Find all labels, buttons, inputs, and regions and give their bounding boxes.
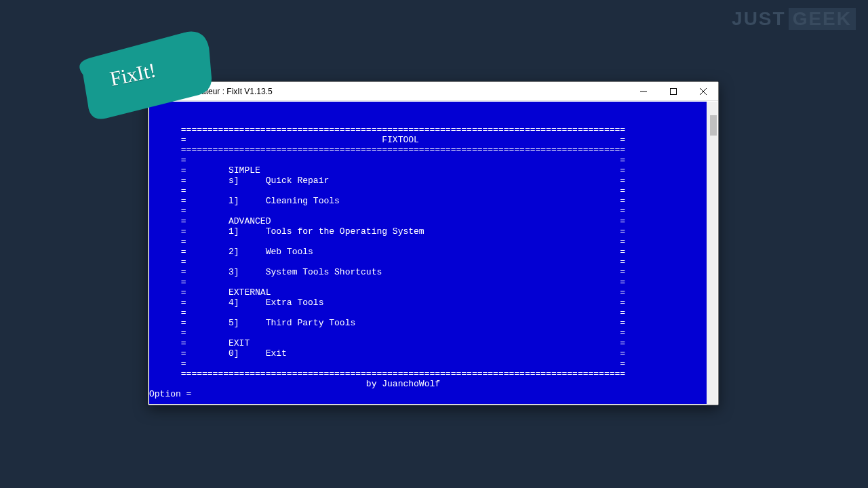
terminal-line: = = <box>149 277 717 287</box>
watermark-part2: GEEK <box>789 8 856 30</box>
terminal-line: ========================================… <box>149 369 717 379</box>
watermark: JUSTGEEK <box>732 8 856 30</box>
terminal-line: = SIMPLE = <box>149 165 717 176</box>
terminal-line: = EXTERNAL = <box>149 287 717 298</box>
terminal-line: ========================================… <box>149 125 717 135</box>
terminal-line: ========================================… <box>149 145 717 155</box>
terminal-line: = 3] System Tools Shortcuts = <box>149 267 717 277</box>
terminal-line: = = <box>149 186 717 196</box>
terminal-line: = = <box>149 328 717 338</box>
close-button[interactable] <box>688 82 718 101</box>
terminal-line: = s] Quick Repair = <box>149 176 717 186</box>
terminal-line: = 1] Tools for the Operating System = <box>149 226 717 237</box>
terminal-line: = = <box>149 155 717 165</box>
terminal-line: = 0] Exit = <box>149 348 717 359</box>
terminal-line: = ADVANCED = <box>149 216 717 226</box>
terminal-line: = EXIT = <box>149 338 717 348</box>
terminal-line: = = <box>149 206 717 216</box>
window-title: Administrateur : FixIt V1.13.5 <box>167 87 629 96</box>
terminal-line: = = <box>149 359 717 369</box>
titlebar[interactable]: C:\ Administrateur : FixIt V1.13.5 <box>149 82 718 101</box>
watermark-part1: JUST <box>732 8 786 29</box>
terminal-line: by JuanchoWolf <box>149 379 717 389</box>
terminal-line: Option = <box>149 389 717 399</box>
terminal-line: = 4] Extra Tools = <box>149 298 717 308</box>
minimize-button[interactable] <box>629 82 658 101</box>
svg-rect-1 <box>671 88 677 94</box>
maximize-button[interactable] <box>658 82 688 101</box>
terminal-line: = 2] Web Tools = <box>149 247 717 257</box>
console-window: C:\ Administrateur : FixIt V1.13.5 =====… <box>148 81 719 405</box>
terminal-line: = l] Cleaning Tools = <box>149 196 717 206</box>
terminal-output[interactable]: ========================================… <box>149 101 718 405</box>
scrollbar-track[interactable] <box>707 102 717 404</box>
scrollbar-thumb[interactable] <box>710 115 717 136</box>
terminal-line: = = <box>149 308 717 318</box>
terminal-line: = = <box>149 237 717 247</box>
terminal-line: = = <box>149 257 717 267</box>
terminal-line: = FIXTOOL = <box>149 135 717 145</box>
terminal-line: = 5] Third Party Tools = <box>149 318 717 328</box>
